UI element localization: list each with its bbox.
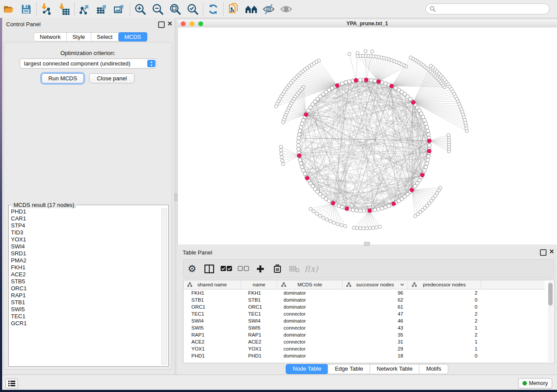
table-row[interactable]: TEC1TEC1connector472 [183,310,545,317]
column-header-shared-name[interactable]: shared name [183,280,241,289]
import-table-icon[interactable] [55,1,73,17]
close-panel-icon[interactable]: ✕ [167,20,173,27]
status-menu-button[interactable] [5,378,18,389]
cell-shared_name: YOX1 [183,345,241,352]
list-item[interactable]: PMA2 [11,257,161,264]
cell-shared_name: ACE2 [183,338,241,345]
tab-node-table[interactable]: Node Table [286,364,329,374]
table-toolbar: ⚙ f(x) [183,259,554,278]
list-item[interactable]: GCR1 [11,320,161,327]
zoom-selected-icon[interactable] [184,1,201,17]
list-item[interactable]: CAR1 [11,215,161,222]
add-column-icon[interactable] [252,261,269,277]
search-input[interactable] [436,4,549,14]
split-columns-icon[interactable] [201,261,218,277]
table-row[interactable]: PHD1PHD1dominator180 [183,352,545,359]
show-all-icon[interactable] [277,1,295,17]
export-table-icon[interactable] [93,1,111,17]
clone-network-icon[interactable] [225,1,242,17]
list-item[interactable]: STB5 [11,278,161,285]
settings-icon[interactable]: ⚙ [183,261,201,277]
table-row[interactable]: RAP1RAP1dominator352 [183,331,545,338]
delete-column-icon[interactable] [269,261,286,277]
column-header-mcds-role[interactable]: MCDS role [277,280,343,289]
list-item[interactable]: PHD1 [11,208,161,215]
zoom-out-icon[interactable] [149,1,166,17]
memory-button[interactable]: Memory [518,378,552,389]
cell-name: STB1 [241,296,277,303]
table-row[interactable]: SWI4SWI4dominator462 [183,317,545,324]
float-panel-icon[interactable] [158,21,165,28]
tab-edge-table[interactable]: Edge Table [328,364,370,374]
tab-network-table[interactable]: Network Table [370,364,419,374]
list-item[interactable]: TEC1 [11,313,161,320]
float-panel-icon[interactable] [540,249,547,256]
run-mcds-button[interactable]: Run MCDS [42,73,84,83]
list-item[interactable]: FKH1 [11,264,161,271]
table-row[interactable]: ORC1ORC1dominator610 [183,303,545,310]
cell-name: YOX1 [241,345,277,352]
cell-shared_name: SWI4 [183,317,241,324]
list-item[interactable]: ACE2 [11,271,161,278]
export-network-icon[interactable] [76,1,93,17]
network-window-titlebar[interactable]: YPA_prune.txt_1 [177,20,557,28]
cell-successor_nodes: 62 [343,296,408,303]
horizontal-splitter-handle[interactable] [364,242,370,246]
zoom-in-icon[interactable] [131,1,149,17]
list-item[interactable]: SRD1 [11,250,161,257]
open-file-icon[interactable] [0,1,17,17]
list-item[interactable]: STB1 [11,299,161,306]
import-network-icon[interactable] [38,1,55,17]
delete-table-icon[interactable] [286,261,303,277]
list-menu-icon [8,381,15,386]
cell-successor_nodes: 29 [343,345,408,352]
select-all-rows-icon[interactable] [218,261,235,277]
network-canvas[interactable] [177,28,557,244]
cell-successor_nodes: 35 [343,331,408,338]
tab-select[interactable]: Select [91,32,119,41]
cell-mcds_role: dominator [277,303,343,310]
first-neighbors-icon[interactable] [242,1,260,17]
list-item[interactable]: ORC1 [11,285,161,292]
optimization-criterion-value: largest connected component (undirected) [24,60,131,67]
table-scrollbar[interactable] [548,281,553,362]
list-item[interactable]: SWI5 [11,306,161,313]
refresh-layout-icon[interactable] [204,1,222,17]
list-item[interactable]: RAP1 [11,292,161,299]
table-row[interactable]: SWI5SWI5connector431 [183,324,545,331]
list-item[interactable]: SWI4 [11,243,161,250]
table-row[interactable]: FKH1FKH1dominator962 [183,289,545,296]
column-header-successor-nodes[interactable]: successor nodes [343,280,408,289]
tab-mcds[interactable]: MCDS [118,32,147,41]
tab-motifs[interactable]: Motifs [419,364,448,374]
optimization-criterion-select[interactable]: largest connected component (undirected)… [20,58,157,69]
main-toolbar [0,0,557,18]
column-namespace-icon [412,282,417,287]
function-builder-icon[interactable]: f(x) [303,261,320,277]
tab-style[interactable]: Style [66,32,91,41]
table-row[interactable]: STB1STB1dominator620 [183,296,545,303]
mcds-list-scrollbar[interactable] [161,208,167,364]
search-field[interactable] [426,3,550,14]
deselect-all-rows-icon[interactable] [235,261,252,277]
cell-shared_name: TEC1 [183,310,241,317]
cell-predecessor_nodes: 1 [408,338,481,345]
table-row[interactable]: YOX1YOX1connector291 [183,345,545,352]
list-item[interactable]: YOX1 [11,236,161,243]
export-image-icon[interactable] [111,1,128,17]
mcds-tab-content: Optimization criterion: largest connecte… [3,42,172,370]
list-item[interactable]: TID3 [11,229,161,236]
column-header-name[interactable]: name [241,280,277,289]
column-header-predecessor-nodes[interactable]: predecessor nodes [408,280,481,289]
hide-selected-icon[interactable] [260,1,277,17]
zoom-fit-icon[interactable] [166,1,184,17]
mcds-result-list[interactable]: PHD1CAR1STP4TID3YOX1SWI4SRD1PMA2FKH1ACE2… [9,208,161,364]
cell-mcds_role: connector [277,338,343,345]
table-row[interactable]: ACE2ACE2connector311 [183,338,545,345]
toolbar-separator [203,3,203,16]
save-session-icon[interactable] [17,1,35,17]
close-panel-icon[interactable]: ✕ [549,248,554,255]
tab-network[interactable]: Network [34,32,67,41]
list-item[interactable]: STP4 [11,222,161,229]
close-panel-button[interactable]: Close panel [89,73,135,83]
